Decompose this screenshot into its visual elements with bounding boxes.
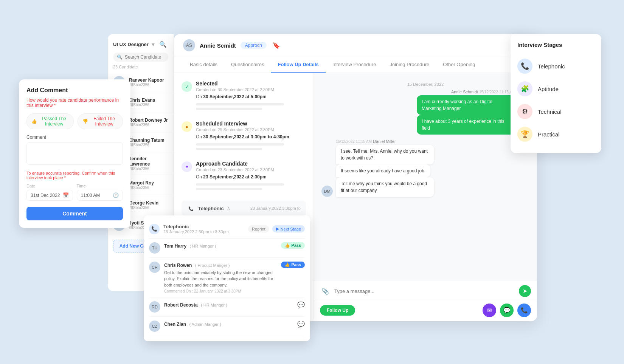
- stage-icon: 🏆: [517, 127, 532, 142]
- chat-action-btns: Follow Up ✉ 💬 📞: [314, 301, 537, 319]
- add-comment-modal: Add Comment How would you rate candidate…: [19, 79, 130, 228]
- tab-joining-procedure[interactable]: Joining Procedure: [383, 57, 436, 73]
- tab-basic-details[interactable]: Basic details: [183, 57, 224, 73]
- timeline-line: [196, 143, 284, 146]
- td-comments: TH Tom Harry ( HR Manger ) 👍 Pass CR Chr…: [149, 239, 305, 336]
- td-date: 23 January,2022 2:30pm to 3:30pm: [163, 229, 229, 234]
- follow-up-button[interactable]: Follow Up: [320, 305, 355, 316]
- search-input[interactable]: [125, 54, 165, 60]
- date-field: Date 31st Dec 2022 📅: [26, 184, 73, 201]
- timeline-line: [196, 148, 262, 150]
- confirm-label: To ensure accurate reporting, Confirm wh…: [26, 171, 123, 180]
- comment-time: Commented On : 22 January, 2022 at 3:30P…: [164, 289, 277, 293]
- pass-interview-btn[interactable]: 👍 Passed The Interview: [26, 113, 74, 129]
- td-title: Telephonic: [163, 224, 229, 229]
- candidate-id: #IISbto2356: [129, 83, 164, 87]
- tab-questionnaires[interactable]: Questionnaires: [224, 57, 271, 73]
- comment-text: Get to the point immediately by stating …: [164, 270, 277, 288]
- reprint-btn[interactable]: Reprint: [248, 225, 269, 232]
- timeline-line: [196, 183, 284, 186]
- message-bubble: I see. Tell me, Mrs. Annie, why do you w…: [336, 145, 434, 164]
- stages-title: Interview Stages: [517, 42, 595, 48]
- timeline-created: Created on 30 September,2022 at 2:30PM: [196, 87, 274, 92]
- chat-panel: 15 December, 2022 AS Annie Schmidt 15/12…: [314, 73, 537, 319]
- candidate-name: Annie Scmidt: [200, 42, 236, 49]
- call-action-btn[interactable]: 📞: [517, 304, 531, 317]
- attachment-icon[interactable]: 📎: [320, 286, 331, 296]
- email-action-btn[interactable]: ✉: [483, 304, 496, 317]
- stage-item-practical[interactable]: 🏆 Practical: [517, 123, 595, 146]
- telephonic-dropdown: 📞 Telephonic 23 January,2022 2:30pm to 3…: [144, 215, 310, 342]
- whatsapp-action-btn[interactable]: 💬: [500, 304, 514, 317]
- search-icon[interactable]: 🔍: [158, 39, 168, 50]
- dropdown-btn[interactable]: ▾: [150, 39, 156, 50]
- chat-input[interactable]: [334, 288, 515, 294]
- date-time-row: Date 31st Dec 2022 📅 Time 11:00 AM 🕐: [26, 184, 123, 201]
- message-bubble: I have about 3 years of experience in th…: [417, 115, 515, 135]
- td-comment-row: CR Chris Rowen ( Product Manger ) Get to…: [149, 258, 305, 298]
- timeline-line: [196, 108, 262, 110]
- next-stage-btn[interactable]: ▶ Next Stage: [272, 225, 305, 232]
- window-header: AS Annie Scmidt Questionnaires Approch 🔖: [174, 34, 537, 57]
- stage-item-telephonic[interactable]: 📞 Telephonic: [517, 55, 595, 77]
- chat-icon[interactable]: 💬: [297, 321, 305, 328]
- comment-submit-button[interactable]: Comment: [26, 207, 123, 220]
- search-bar[interactable]: 🔍: [113, 53, 168, 62]
- commenter-avatar: RD: [149, 301, 160, 313]
- timeline-icon: ●: [182, 121, 192, 132]
- stage-label: Telephonic: [538, 63, 565, 70]
- date-input[interactable]: 31st Dec 2022 📅: [26, 190, 73, 201]
- candidate-name: Margot Roy: [129, 180, 154, 186]
- commenter-role: ( Product Manger ): [195, 263, 230, 268]
- commenter-name: Chen Zian: [164, 322, 186, 327]
- fail-interview-btn[interactable]: 👎 Failed The Interview: [78, 113, 123, 129]
- interview-stages-panel: Interview Stages 📞 Telephonic 🧩 Aptitude…: [511, 34, 601, 153]
- avatar: DM: [321, 186, 333, 197]
- send-button[interactable]: ➤: [519, 285, 531, 297]
- timeline-title: Scheduled Interview: [196, 121, 274, 127]
- candidate-id: #IISbto2356: [129, 206, 158, 210]
- chat-input-row: 📎 ➤: [314, 281, 537, 301]
- chevron-up-icon: ∧: [227, 206, 230, 211]
- message-bubble: It seems like you already have a good jo…: [336, 164, 430, 177]
- calendar-icon: 📅: [63, 192, 69, 198]
- timeline-line: [196, 103, 284, 105]
- timeline-icon: ✦: [182, 161, 192, 172]
- time-input[interactable]: 11:00 AM 🕐: [77, 190, 123, 201]
- stage-item-technical[interactable]: ⚙ Technical: [517, 100, 595, 123]
- app-title: UI UX Designer: [113, 42, 149, 47]
- message-group: DM 15/12/2022 11:15 AM Daniel Miller I s…: [321, 139, 529, 197]
- commenter-role: ( Admin Manger ): [189, 322, 221, 327]
- commenter-avatar: TH: [149, 242, 160, 254]
- telephonic-icon: 📞: [149, 224, 160, 234]
- stage-label: Aptitude: [538, 86, 559, 92]
- commenter-name: Chris Rowen: [164, 263, 192, 268]
- timeline-title: Selected: [196, 81, 274, 87]
- comment-textarea[interactable]: [26, 142, 123, 165]
- stage-icon: 📞: [517, 59, 532, 74]
- message-bubble: Tell me why you think you would be a goo…: [336, 177, 434, 197]
- timeline-title: Approach Candidate: [196, 161, 274, 167]
- chat-messages: 15 December, 2022 AS Annie Schmidt 15/12…: [314, 73, 537, 281]
- commenter-name: Tom Harry: [164, 243, 186, 249]
- stages-list: 📞 Telephonic 🧩 Aptitude ⚙ Technical 🏆 Pr…: [517, 55, 595, 146]
- timeline-date: On 23 September,2022 at 2:30pm: [196, 174, 306, 180]
- bookmark-icon[interactable]: 🔖: [271, 40, 282, 51]
- timeline-created: Created on 29 September,2022 at 2:30PM: [196, 127, 274, 132]
- td-comment-row: TH Tom Harry ( HR Manger ) 👍 Pass: [149, 239, 305, 258]
- timeline-date: On 30 September,2022 at 5:00pm: [196, 94, 306, 99]
- commenter-name: Robert Decosta: [164, 302, 198, 308]
- candidate-name: Robert Downey Jr: [129, 118, 168, 123]
- tab-interview-procedure[interactable]: Interview Procedure: [326, 57, 383, 73]
- timeline-date: On 30 September,2022 at 3:30pm to 4:30pm: [196, 134, 306, 139]
- date-divider: 15 December, 2022: [321, 77, 529, 90]
- stage-icon: 🧩: [517, 81, 532, 96]
- arrow-icon: ▶: [276, 226, 279, 231]
- chat-icon[interactable]: 💬: [297, 301, 305, 308]
- tab-follow-up-details[interactable]: Follow Up Details: [271, 57, 325, 73]
- stage-item-aptitude[interactable]: 🧩 Aptitude: [517, 77, 595, 100]
- telephonic-bar[interactable]: 📞 Telephonic ∧ 23 January,2022 3:30pm to: [182, 201, 306, 216]
- sender-name: 15/12/2022 11:15 AM Daniel Miller: [336, 139, 434, 144]
- date-label: Date: [26, 184, 73, 188]
- tab-other-opening[interactable]: Other Opening: [436, 57, 482, 73]
